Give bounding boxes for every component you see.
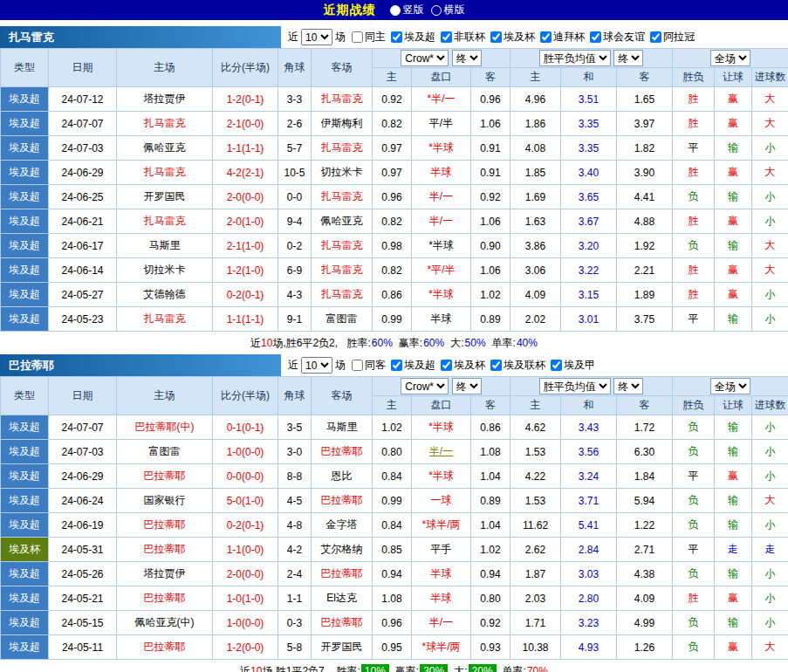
cell-goals: 大	[752, 635, 788, 660]
league-checkbox[interactable]	[490, 31, 502, 43]
cell-league: 埃及超	[1, 464, 49, 489]
league-checkbox[interactable]	[590, 31, 601, 43]
cell-league: 埃及超	[1, 234, 49, 258]
avg-select[interactable]: 胜平负均值	[539, 378, 611, 394]
cell-goals: 大	[752, 258, 788, 283]
cell-away-team: 马斯里	[312, 415, 373, 440]
near-label: 近	[288, 358, 298, 373]
odds-stage-select[interactable]: 终	[452, 50, 482, 66]
cell-league: 埃及超	[1, 513, 49, 538]
summary-stats: 胜率:10%赢率:30%大:20%单率:70%	[330, 665, 548, 672]
cell-corner: 9-1	[278, 307, 312, 332]
cell-avg-draw: 3.15	[561, 283, 617, 307]
match-row: 埃及超24-07-03佩哈亚克1-1(1-1)5-7扎马雷克0.97*半球0.9…	[1, 136, 788, 161]
cell-avg-home: 4.22	[510, 464, 561, 489]
cell-home-odds: 0.85	[373, 538, 412, 562]
same-venue-checkbox[interactable]	[352, 31, 363, 43]
cell-avg-home: 2.03	[510, 586, 561, 611]
cell-home-odds: 0.98	[373, 234, 412, 258]
subcol-handicap-result: 让球	[715, 396, 752, 415]
match-row: 埃及超24-06-17马斯里2-1(1-0)0-2扎马雷克0.98*半球0.90…	[1, 234, 788, 258]
cell-away-team: 扎马雷克	[312, 185, 373, 209]
cell-handicap: 半球	[412, 562, 471, 586]
cell-home-odds: 0.94	[373, 562, 412, 586]
cell-date: 24-06-14	[49, 258, 117, 283]
cell-corner: 1-1	[278, 586, 312, 611]
layout-radio-icon[interactable]	[431, 5, 442, 16]
match-row: 埃及超24-07-07巴拉蒂耶(中)0-1(0-1)3-5马斯里1.02*半球0…	[1, 415, 788, 440]
cell-corner: 0-3	[278, 611, 312, 635]
same-venue-checkbox[interactable]	[352, 360, 363, 371]
col-type: 类型	[1, 377, 49, 415]
cell-result: 胜	[673, 586, 715, 611]
league-checkbox[interactable]	[391, 360, 402, 371]
layout-radio-label[interactable]: 横版	[444, 3, 465, 16]
cell-result: 胜	[673, 87, 715, 112]
bookmaker-select[interactable]: Crow*	[401, 50, 449, 66]
scope-select[interactable]: 全场	[710, 378, 750, 394]
cell-home-team: 切拉米卡	[117, 258, 213, 283]
league-checkbox-label: 迪拜杯	[553, 31, 585, 43]
layout-radio-icon[interactable]	[390, 5, 401, 16]
cell-away-odds: 1.02	[471, 283, 510, 307]
odds-select-cell: Crow* 终	[373, 49, 510, 68]
cell-score: 1-0(0-0)	[213, 611, 278, 635]
cell-goals: 大	[752, 112, 788, 136]
league-checkbox[interactable]	[441, 360, 452, 371]
cell-home-odds: 0.84	[373, 464, 412, 489]
match-row: 埃及超24-05-15佩哈亚克(中)1-0(0-0)0-3巴拉蒂耶0.96半/一…	[1, 611, 788, 635]
cell-handicap: 半球	[412, 307, 471, 332]
cell-result: 平	[673, 538, 715, 562]
recent-count-select[interactable]: 10	[301, 357, 332, 374]
cell-score: 2-1(0-0)	[213, 112, 278, 136]
cell-home-odds: 0.95	[373, 635, 412, 660]
match-row: 埃及超24-05-26塔拉贾伊2-0(0-0)2-4巴拉蒂耶0.94半球0.94…	[1, 562, 788, 586]
cell-handicap-result: 输	[715, 415, 752, 440]
league-checkbox[interactable]	[650, 31, 661, 43]
cell-league: 埃及超	[1, 209, 49, 234]
cell-home-team: 马斯里	[117, 234, 213, 258]
cell-home-odds: 0.97	[373, 136, 412, 161]
cell-score: 2-0(0-0)	[213, 562, 278, 586]
cell-date: 24-05-27	[49, 283, 117, 307]
league-checkbox[interactable]	[490, 360, 502, 371]
match-row: 埃及超24-07-12塔拉贾伊1-2(0-1)3-3扎马雷克0.92*半/一0.…	[1, 87, 788, 112]
section-header-home-team: 扎马雷克 近 10 场 同主 埃及超非联杯埃及杯迪拜杯球会友谊阿拉冠	[0, 26, 788, 48]
bookmaker-select[interactable]: Crow*	[401, 378, 449, 394]
subcol-handicap: 盘口	[412, 68, 471, 87]
cell-handicap: 半/一	[412, 185, 471, 209]
league-checkbox[interactable]	[441, 31, 452, 43]
league-checkbox-label: 埃及超	[404, 31, 435, 43]
cell-corner: 10-5	[278, 161, 312, 185]
league-checkbox[interactable]	[391, 31, 402, 43]
league-checkbox-label: 埃及杯	[504, 31, 535, 43]
scope-select[interactable]: 全场	[710, 50, 750, 66]
cell-home-team: 塔拉贾伊	[117, 562, 213, 586]
odds-stage-select[interactable]: 终	[452, 378, 482, 394]
recent-count-select[interactable]: 10	[301, 29, 332, 45]
cell-away-team: 佩哈亚克	[312, 209, 373, 234]
avg-stage-select[interactable]: 终	[613, 378, 643, 394]
cell-result: 胜	[673, 283, 715, 307]
cell-result: 平	[673, 307, 715, 332]
league-checkbox[interactable]	[551, 360, 562, 371]
cell-away-team: 金字塔	[312, 513, 373, 538]
cell-away-team: 切拉米卡	[312, 161, 373, 185]
cell-away-team: 扎马雷克	[312, 136, 373, 161]
cell-goals: 走	[752, 538, 788, 562]
avg-stage-select[interactable]: 终	[613, 50, 643, 66]
layout-radio-label[interactable]: 竖版	[403, 3, 424, 16]
summary-stats: 胜率:60%赢率:60%大:50%单率:40%	[340, 337, 538, 349]
cell-corner: 0-0	[278, 185, 312, 209]
league-checkbox[interactable]	[540, 31, 552, 43]
col-score: 比分(半场)	[213, 377, 278, 415]
page-title: 近期战绩	[324, 3, 376, 18]
cell-avg-draw: 3.01	[561, 307, 617, 332]
cell-date: 24-06-29	[49, 161, 117, 185]
cell-league: 埃及超	[1, 161, 49, 185]
cell-home-odds: 0.82	[373, 258, 412, 283]
cell-handicap-result: 输	[715, 185, 752, 209]
cell-corner: 4-8	[278, 513, 312, 538]
avg-select[interactable]: 胜平负均值	[539, 50, 611, 66]
cell-league: 埃及超	[1, 185, 49, 209]
